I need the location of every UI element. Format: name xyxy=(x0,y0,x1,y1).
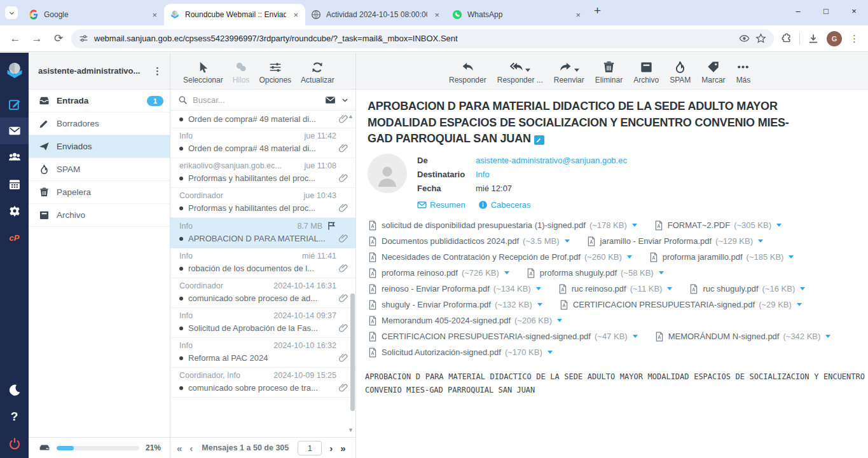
toolbar-button-archivo[interactable]: Archivo xyxy=(633,60,659,84)
headers-link[interactable]: Cabeceras xyxy=(478,200,531,210)
message-list-item[interactable]: erikaolivo@sanjuan.gob.ec... jue 11:08 P… xyxy=(170,158,355,188)
toolbar-button-seleccionar[interactable]: Seleccionar xyxy=(183,61,223,84)
attachment-name[interactable]: ruc shuguly.pdf xyxy=(703,284,758,293)
mail-nav-button[interactable] xyxy=(0,118,29,144)
bookmark-star-icon[interactable] xyxy=(755,33,766,44)
attachment-chip[interactable]: CERTIFICACION PRESUPUESTARIA-signed.pdf … xyxy=(559,300,802,310)
first-page-icon[interactable]: « xyxy=(177,443,182,454)
attachment-chip[interactable]: Necesidades de Contratación y Recepción … xyxy=(368,252,632,262)
message-list-item[interactable]: Coordinador 2024-10-14 16:31 comunicado … xyxy=(170,278,355,308)
attachment-name[interactable]: Necesidades de Contratación y Recepción … xyxy=(382,252,581,262)
attachment-name[interactable]: proforma shuguly.pdf xyxy=(540,268,617,278)
scroll-up-arrow[interactable]: ▲ xyxy=(348,113,354,119)
contacts-nav-button[interactable] xyxy=(0,144,29,171)
attachment-name[interactable]: Solicitud Autorización-signed.pdf xyxy=(382,347,501,357)
attachment-menu-caret-icon[interactable] xyxy=(627,255,632,259)
message-list-item[interactable]: Info jue 11:42 Orden de compra# 48 mater… xyxy=(170,128,355,158)
message-list-item[interactable]: Info mié 11:41 robación de los documento… xyxy=(170,248,355,278)
attachment-name[interactable]: FORMAT~2.PDF xyxy=(668,220,730,230)
attachment-menu-caret-icon[interactable] xyxy=(632,224,637,227)
calendar-nav-button[interactable] xyxy=(0,171,29,198)
folder-item-spam[interactable]: SPAM xyxy=(29,158,170,181)
back-button[interactable]: ← xyxy=(6,30,24,48)
attachment-chip[interactable]: CERTIFICACION PRESUPUESTARIA-signed-sign… xyxy=(368,332,638,342)
scroll-down-arrow[interactable]: ▼ xyxy=(348,427,354,433)
attachment-chip[interactable]: Solicitud Autorización-signed.pdf (~170 … xyxy=(368,347,553,358)
help-icon[interactable]: ? xyxy=(0,403,29,430)
attachment-name[interactable]: ruc reinoso.pdf xyxy=(572,284,626,293)
flag-icon[interactable] xyxy=(327,221,336,231)
toolbar-button-reenviar[interactable]: Reenviar xyxy=(554,60,584,84)
folder-item-papelera[interactable]: Papelera xyxy=(29,181,170,204)
tab-close-icon[interactable]: × xyxy=(291,10,300,20)
attachment-menu-caret-icon[interactable] xyxy=(633,335,638,338)
attachment-chip[interactable]: MEMORÁNDUM N-signed.pdf (~342 KB) xyxy=(654,332,831,342)
attachment-menu-caret-icon[interactable] xyxy=(797,303,802,306)
attachment-menu-caret-icon[interactable] xyxy=(667,287,672,290)
window-control-button[interactable]: □ xyxy=(812,0,840,22)
next-page-icon[interactable]: › xyxy=(329,443,333,454)
page-number-input[interactable]: 1 xyxy=(298,441,322,455)
folder-item-entrada[interactable]: Entrada 1 xyxy=(29,90,170,112)
attachment-menu-caret-icon[interactable] xyxy=(536,287,541,290)
attachment-chip[interactable]: jaramillo - Enviar Proforma.pdf (~129 KB… xyxy=(586,236,763,246)
attachment-name[interactable]: Documentos publididacticos 2024.pdf xyxy=(382,236,519,246)
folder-item-archivo[interactable]: Archivo xyxy=(29,204,170,227)
dark-mode-icon[interactable] xyxy=(0,377,29,403)
dropdown-caret-icon[interactable] xyxy=(574,69,579,72)
reload-button[interactable]: ⟳ xyxy=(50,30,67,48)
summary-link[interactable]: Resumen xyxy=(417,200,465,210)
toolbar-button-eliminar[interactable]: Eliminar xyxy=(595,60,623,84)
url-text[interactable]: webmail.sanjuan.gob.ec/cpsess5423996997/… xyxy=(94,34,733,43)
attachment-chip[interactable]: FORMAT~2.PDF (~305 KB) xyxy=(654,220,782,231)
attachment-chip[interactable]: proforma jaramillo.pdf (~185 KB) xyxy=(649,252,794,262)
extensions-icon[interactable] xyxy=(780,33,792,44)
toolbar-button-opciones[interactable]: Opciones xyxy=(259,61,291,84)
attachment-name[interactable]: solicitud de disponibilidad presupuestar… xyxy=(382,220,586,230)
attachment-name[interactable]: MEMORÁNDUM N-signed.pdf xyxy=(668,332,780,341)
last-page-icon[interactable]: » xyxy=(340,443,345,454)
message-list-item[interactable]: Orden de compra# 49 material di... xyxy=(170,111,355,128)
dropdown-caret-icon[interactable] xyxy=(525,69,530,72)
attachment-menu-caret-icon[interactable] xyxy=(548,351,553,354)
toolbar-button-spam[interactable]: SPAM xyxy=(670,60,691,84)
toolbar-button-m-s[interactable]: Más xyxy=(736,60,751,84)
profile-avatar[interactable]: G xyxy=(827,31,842,46)
attachment-name[interactable]: CERTIFICACION PRESUPUESTARIA-signed-sign… xyxy=(382,332,591,341)
attachment-menu-caret-icon[interactable] xyxy=(800,287,805,290)
tab-close-icon[interactable]: × xyxy=(574,10,582,20)
account-menu-icon[interactable]: ⋮ xyxy=(150,65,165,77)
toolbar-button-responder[interactable]: Responder xyxy=(449,60,486,84)
attachment-chip[interactable]: ruc reinoso.pdf (~11 KB) xyxy=(558,284,673,294)
attachment-menu-caret-icon[interactable] xyxy=(776,224,782,227)
attachment-name[interactable]: shuguly - Enviar Proforma.pdf xyxy=(382,300,491,309)
window-control-button[interactable]: – xyxy=(784,0,812,22)
attachment-menu-caret-icon[interactable] xyxy=(659,271,664,274)
attachment-name[interactable]: reinoso - Enviar Proforma.pdf xyxy=(382,284,490,293)
tab-close-icon[interactable]: × xyxy=(150,10,159,20)
attachment-menu-caret-icon[interactable] xyxy=(825,335,830,338)
tab-close-icon[interactable]: × xyxy=(432,10,441,20)
attachment-menu-caret-icon[interactable] xyxy=(504,271,509,274)
attachment-name[interactable]: Memorandum 405-2024-signed.pdf xyxy=(382,316,511,325)
message-list-item[interactable]: Coordinador jue 10:43 Proformas y habili… xyxy=(170,188,355,218)
folder-item-borradores[interactable]: Borradores xyxy=(29,112,170,135)
chrome-menu-icon[interactable]: ⋮ xyxy=(850,33,859,44)
attachment-menu-caret-icon[interactable] xyxy=(758,239,763,243)
attachment-chip[interactable]: ruc shuguly.pdf (~16 KB) xyxy=(689,284,805,294)
attachment-name[interactable]: CERTIFICACION PRESUPUESTARIA-signed.pdf xyxy=(573,300,755,309)
preview-eye-icon[interactable] xyxy=(739,33,750,44)
scrollbar-thumb[interactable] xyxy=(350,293,355,411)
attachment-chip[interactable]: shuguly - Enviar Proforma.pdf (~132 KB) xyxy=(368,300,542,310)
message-list-item[interactable]: Info 2024-10-10 16:32 Reforma al PAC 202… xyxy=(170,338,355,368)
downloads-icon[interactable] xyxy=(808,33,819,44)
settings-nav-button[interactable] xyxy=(0,198,29,224)
cpanel-icon[interactable]: cP xyxy=(0,224,29,251)
toolbar-button-marcar[interactable]: Marcar xyxy=(701,60,725,84)
compose-button[interactable] xyxy=(0,91,29,118)
folder-item-enviados[interactable]: Enviados xyxy=(29,135,170,158)
attachment-chip[interactable]: Documentos publididacticos 2024.pdf (~3.… xyxy=(368,236,570,246)
message-list-item[interactable]: Coordinador, Info 2024-10-09 15:25 comun… xyxy=(170,368,355,398)
search-input[interactable] xyxy=(193,95,320,105)
browser-tab[interactable]: WhatsApp × xyxy=(446,4,588,25)
